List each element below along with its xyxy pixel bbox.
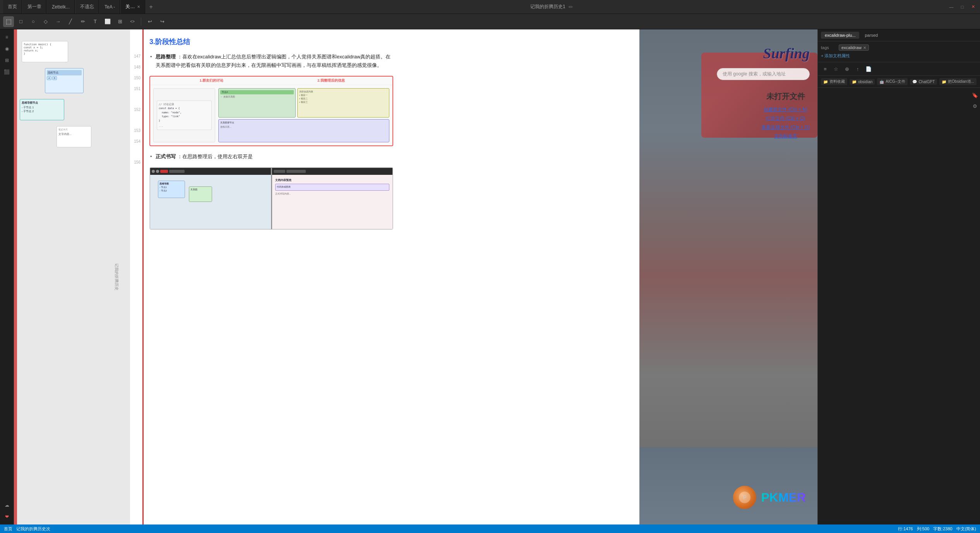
bookmark-obsidian[interactable]: 📁 obsidian bbox=[850, 79, 875, 85]
select-tool[interactable]: ⬚ bbox=[3, 16, 14, 27]
sidebar-icon-dot[interactable]: ◉ bbox=[2, 44, 12, 53]
tab-active[interactable]: 关… ✕ bbox=[121, 0, 145, 14]
prop-tags-label: tags bbox=[821, 45, 836, 50]
redo-btn[interactable]: ↪ bbox=[157, 16, 168, 27]
prop-add-button[interactable]: + 添加文档属性 bbox=[821, 53, 977, 59]
canvas-node-note[interactable]: 笔记卡片 文字内容... bbox=[57, 126, 91, 147]
screenshot-left: 思维导图 - 节点1 - 节点2 关系图 bbox=[150, 167, 271, 229]
bullet-item-1: 思路整理 ：喜欢在excalidraw上汇总信息后整理出逻辑编图，个人觉得关系图… bbox=[149, 53, 393, 70]
left-sidebar: ≡ ◉ ⊞ ⬛ ☁ ❤ bbox=[0, 29, 14, 524]
status-col: 列:500 bbox=[917, 526, 929, 532]
surfing-bg-area: Surfing 使用 google 搜索，或输入地址 未打开文件 创建新文件 (… bbox=[639, 29, 817, 524]
pen-tool[interactable]: ✏ bbox=[77, 16, 88, 27]
image-label-2: 2.我整理后的信息 bbox=[273, 78, 389, 83]
image-tool[interactable]: ⬜ bbox=[102, 16, 113, 27]
doc-area[interactable]: 147 148 150 151 152 153 154 156 3.阶段性总结 … bbox=[130, 29, 639, 524]
tab-zettelk[interactable]: Zettelk... bbox=[47, 0, 75, 14]
recent-files-link[interactable]: 查看近期文件 (Ctrl + O) bbox=[761, 124, 810, 131]
bookmark-pkmer-icon: 📁 bbox=[942, 80, 946, 84]
window-minimize[interactable]: — bbox=[947, 3, 955, 11]
tab-tea[interactable]: TeA - bbox=[100, 0, 120, 14]
right-panel-main: 🔖 ⚙ bbox=[818, 88, 980, 524]
bookmark-pkmer[interactable]: 📁 把Obsidian塔... bbox=[939, 78, 977, 85]
screenshot-right: 文档内容预览 代码块或图表 正式书写内容... bbox=[271, 167, 393, 229]
tab-home[interactable]: 首页 bbox=[3, 0, 22, 14]
bullet1-text: ：喜欢在excalidraw上汇总信息后整理出逻辑编图，个人觉得关系图谱和exc… bbox=[156, 54, 391, 68]
right-tab-excalidraw[interactable]: excalidraw-plu... bbox=[821, 32, 859, 39]
canvas-area[interactable]: function main() { const x = 1; return x;… bbox=[14, 29, 130, 524]
sidebar-icon-cloud[interactable]: ☁ bbox=[2, 501, 12, 510]
sidebar-icon-block[interactable]: ⬛ bbox=[2, 67, 12, 77]
main-layout: ≡ ◉ ⊞ ⬛ ☁ ❤ function main() { const x = … bbox=[0, 29, 980, 524]
settings-icon[interactable]: ⚙ bbox=[971, 102, 979, 110]
status-wordcount: 字数:2380 bbox=[933, 526, 953, 532]
bullet2-bold: 正式书写 bbox=[156, 154, 176, 159]
rp-menu-icon[interactable]: ≡ bbox=[821, 65, 829, 73]
rp-star-icon[interactable]: ☆ bbox=[832, 65, 840, 73]
bookmark-aicg[interactable]: 🤖 AICG--文件 bbox=[877, 78, 908, 85]
tab-close-icon[interactable]: ✕ bbox=[137, 5, 140, 9]
tab-noforgot[interactable]: 不遗忘 bbox=[75, 0, 99, 14]
bookmark-aicg-icon: 🤖 bbox=[879, 80, 884, 84]
tab-chapter1[interactable]: 第一章 bbox=[23, 0, 46, 14]
prop-row-tags: tags excalidraw ✕ bbox=[821, 44, 977, 51]
right-panel: excalidraw-plu... parsed tags excalidraw… bbox=[817, 29, 980, 524]
add-tab-button[interactable]: + bbox=[146, 3, 156, 10]
status-right: 行:1476 列:500 字数:2380 中文(简体) bbox=[898, 526, 976, 532]
canvas-node-flow[interactable]: 流程节点 A B bbox=[45, 68, 84, 93]
right-tab-parsed[interactable]: parsed bbox=[861, 32, 882, 39]
bookmark-ziliao[interactable]: 📁 资料收藏 bbox=[821, 78, 847, 85]
bookmark-icon[interactable]: 🔖 bbox=[971, 91, 979, 99]
sidebar-icon-menu[interactable]: ≡ bbox=[2, 32, 12, 42]
undo-btn[interactable]: ↩ bbox=[144, 16, 155, 27]
right-panel-props: tags excalidraw ✕ + 添加文档属性 bbox=[818, 41, 980, 62]
right-panel-tabs: excalidraw-plu... parsed bbox=[818, 29, 980, 41]
tab-group: 首页 第一章 Zettelk... 不遗忘 TeA - 关… ✕ + bbox=[3, 0, 156, 14]
arrow-tool[interactable]: → bbox=[53, 16, 63, 27]
surfing-title: Surfing bbox=[763, 45, 810, 62]
open-file-link[interactable]: 打开文件 (Ctrl + O) bbox=[761, 115, 810, 122]
bullet-item-2: 正式书写 ：在思路整理后，使用左右双开是 bbox=[149, 152, 393, 161]
create-new-link[interactable]: 创建新文件 (Ctrl + N) bbox=[761, 106, 810, 113]
prop-tag-remove[interactable]: ✕ bbox=[863, 46, 866, 50]
status-home: 首页 bbox=[4, 526, 12, 532]
image-labels-row: 1.群友们的讨论 2.我整理后的信息 bbox=[150, 77, 392, 85]
bookmark-ziliao-icon: 📁 bbox=[823, 80, 828, 84]
frame-tool[interactable]: ⊞ bbox=[115, 16, 125, 27]
line-tool[interactable]: ╱ bbox=[65, 16, 76, 27]
rp-file-icon[interactable]: 📄 bbox=[864, 65, 873, 73]
canvas-bg: function main() { const x = 1; return x;… bbox=[14, 29, 130, 524]
code-tool[interactable]: <> bbox=[127, 16, 138, 27]
pkmer-logo: P PKMER bbox=[733, 486, 806, 509]
sidebar-icon-grid[interactable]: ⊞ bbox=[2, 56, 12, 65]
bookmark-chatgpt[interactable]: 💬 ChatGPT bbox=[910, 79, 937, 85]
window-close[interactable]: ✕ bbox=[969, 3, 977, 11]
diamond-tool[interactable]: ◇ bbox=[40, 16, 51, 27]
section-title: 3.阶段性总结 bbox=[149, 37, 393, 46]
close-tab-link[interactable]: 关闭标签页 bbox=[761, 133, 810, 140]
text-tool[interactable]: T bbox=[90, 16, 101, 27]
circle-tool[interactable]: ○ bbox=[28, 16, 39, 27]
sidebar-icon-heart[interactable]: ❤ bbox=[2, 512, 12, 521]
right-panel-toolbar: ≡ ☆ ⊕ ↑ 📄 bbox=[818, 62, 980, 76]
rp-search-icon[interactable]: ⊕ bbox=[843, 65, 851, 73]
window-controls: — □ ✕ bbox=[947, 3, 977, 11]
canvas-node-code[interactable]: function main() { const x = 1; return x;… bbox=[22, 41, 68, 62]
image-block-inner: // 讨论记录 const data = { name: "node", typ… bbox=[150, 85, 392, 145]
bookmark-chatgpt-icon: 💬 bbox=[912, 80, 917, 84]
image-right: 节点A → 连接关系图 关联信息列表 • 项目一 • 项目二 • 项目三 bbox=[218, 88, 389, 142]
window-maximize[interactable]: □ bbox=[958, 3, 966, 11]
pkmer-text: PKMER bbox=[761, 490, 806, 505]
pkmer-icon: P bbox=[733, 486, 756, 509]
rp-upload-icon[interactable]: ↑ bbox=[853, 65, 862, 73]
surfing-search[interactable]: 使用 google 搜索，或输入地址 bbox=[717, 68, 810, 80]
status-doc-name: 记我的折腾历史次 bbox=[16, 526, 50, 532]
canvas-node-mind[interactable]: 思维导图节点 - 子节点 1 - 子节点 2 bbox=[20, 99, 64, 120]
bullet2-text: ：在思路整理后，使用左右双开是 bbox=[177, 154, 253, 159]
square-tool[interactable]: □ bbox=[15, 16, 26, 27]
prop-tag-excalidraw[interactable]: excalidraw ✕ bbox=[839, 44, 869, 51]
status-row: 行:1476 bbox=[898, 526, 913, 532]
title-bar: 首页 第一章 Zettelk... 不遗忘 TeA - 关… ✕ + 记我的折腾… bbox=[0, 0, 980, 14]
bullet1-bold: 思路整理 bbox=[156, 54, 176, 60]
image-left: // 讨论记录 const data = { name: "node", typ… bbox=[153, 88, 215, 142]
